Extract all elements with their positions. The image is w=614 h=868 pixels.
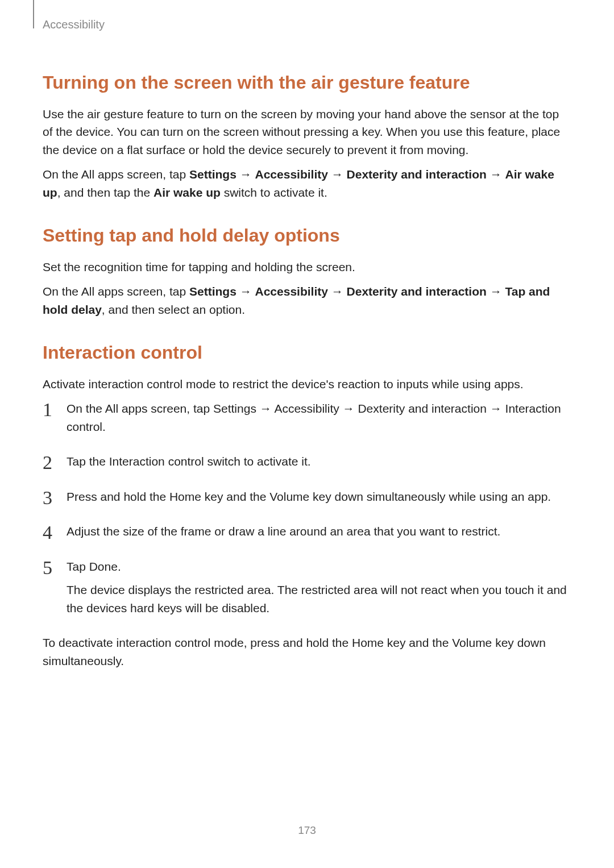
label-settings: Settings (213, 402, 256, 415)
paragraph-interaction-desc: Activate interaction control mode to res… (43, 375, 571, 393)
label-settings: Settings (189, 285, 237, 298)
page-content: Turning on the screen with the air gestu… (43, 71, 571, 670)
section-heading-tap-hold: Setting tap and hold delay options (43, 224, 571, 248)
text: On the All apps screen, tap (43, 285, 189, 298)
paragraph-tap-hold-desc: Set the recognition time for tapping and… (43, 258, 571, 276)
step-4: Adjust the size of the frame or draw a l… (43, 522, 571, 541)
paragraph-tap-hold-steps: On the All apps screen, tap Settings → A… (43, 283, 571, 318)
paragraph-air-gesture-desc: Use the air gesture feature to turn on t… (43, 105, 571, 159)
paragraph-air-gesture-steps: On the All apps screen, tap Settings → A… (43, 165, 571, 201)
label-interaction-control-switch: Interaction control (109, 455, 204, 468)
label-accessibility: Accessibility (255, 285, 328, 298)
label-accessibility: Accessibility (255, 168, 328, 181)
step-5: Tap Done. The device displays the restri… (43, 558, 571, 617)
text: switch to activate it. (221, 186, 327, 199)
label-accessibility: Accessibility (274, 402, 339, 415)
section-heading-air-gesture: Turning on the screen with the air gestu… (43, 71, 571, 95)
step-3: Press and hold the Home key and the Volu… (43, 488, 571, 506)
text: , and then tap the (57, 186, 154, 199)
arrow-icon: → (339, 402, 358, 415)
label-settings: Settings (189, 168, 237, 181)
text: . (102, 420, 106, 433)
text: Tap the (67, 455, 109, 468)
text: . (118, 560, 121, 573)
section-heading-interaction-control: Interaction control (43, 341, 571, 365)
label-dexterity: Dexterity and interaction (347, 168, 487, 181)
text: , and then select an option. (102, 303, 245, 316)
text: On the All apps screen, tap (67, 402, 213, 415)
arrow-icon: → (487, 168, 505, 181)
step-1: On the All apps screen, tap Settings → A… (43, 400, 571, 435)
breadcrumb: Accessibility (43, 18, 105, 31)
arrow-icon: → (328, 285, 347, 298)
step-5-sub: The device displays the restricted area.… (67, 581, 571, 617)
page-number: 173 (0, 824, 614, 837)
arrow-icon: → (487, 402, 505, 415)
label-dexterity: Dexterity and interaction (347, 285, 487, 298)
arrow-icon: → (328, 168, 347, 181)
label-dexterity: Dexterity and interaction (358, 402, 486, 415)
text: switch to activate it. (204, 455, 311, 468)
text: On the All apps screen, tap (43, 168, 189, 181)
step-2: Tap the Interaction control switch to ac… (43, 452, 571, 471)
label-air-wake-up-switch: Air wake up (154, 186, 221, 199)
arrow-icon: → (237, 285, 255, 298)
text: Tap (67, 560, 89, 573)
label-done: Done (89, 560, 118, 573)
arrow-icon: → (487, 285, 505, 298)
steps-list: On the All apps screen, tap Settings → A… (43, 400, 571, 617)
arrow-icon: → (237, 168, 255, 181)
arrow-icon: → (256, 402, 275, 415)
paragraph-deactivate: To deactivate interaction control mode, … (43, 634, 571, 670)
header-divider (33, 0, 34, 28)
